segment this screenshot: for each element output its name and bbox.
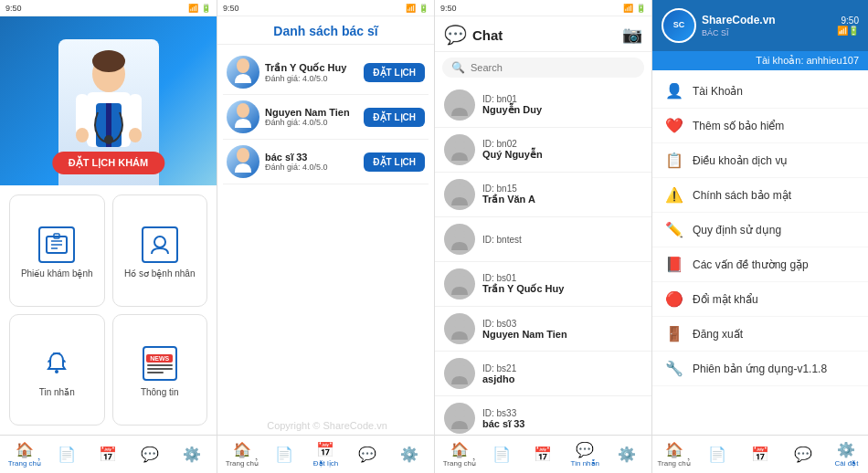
- doctors-nav-settings[interactable]: ⚙️: [388, 446, 430, 464]
- chat-nav-calendar[interactable]: 📅: [523, 446, 565, 464]
- status-time: 9:50: [837, 16, 859, 26]
- svg-point-8: [129, 128, 142, 142]
- doctor-rating-2: Đánh giá: 4.0/5.0: [265, 118, 350, 127]
- doctor-rating-1: Đánh giá: 4.0/5.0: [265, 74, 346, 83]
- menu-nav-docs-icon: 📄: [708, 446, 726, 463]
- svg-point-26: [454, 318, 465, 331]
- chat-item-1[interactable]: ID: bn02 Quý Nguyễn: [435, 128, 651, 173]
- chat-item-2[interactable]: ID: bn15 Trần Văn A: [435, 173, 651, 217]
- book-button-3[interactable]: ĐẶT LỊCH: [364, 152, 425, 172]
- home-status-time: 9:50: [5, 4, 22, 13]
- news-icon: NEWS: [142, 345, 178, 382]
- menu-nav-chat[interactable]: 💬: [782, 446, 825, 464]
- doctors-nav-docs[interactable]: 📄: [263, 446, 305, 464]
- menu-nav-settings[interactable]: ⚙️ Cài đặt: [825, 441, 868, 468]
- home-nav-docs[interactable]: 📄: [46, 446, 88, 464]
- bell-icon: [38, 345, 75, 382]
- camera-icon[interactable]: 📷: [622, 25, 642, 45]
- record-card[interactable]: Hồ sơ bệnh nhân: [112, 194, 208, 307]
- menu-item-faq[interactable]: 📕 Các vấn đề thường gặp: [652, 247, 868, 282]
- chat-nav-settings[interactable]: ⚙️: [606, 446, 648, 464]
- doctor-item-3[interactable]: bác sĩ 33 Đánh giá: 4.0/5.0 ĐẶT LỊCH: [223, 140, 429, 184]
- chat-nav-home[interactable]: 🏠 Trang chủ: [439, 441, 481, 468]
- menu-nav-docs[interactable]: 📄: [695, 446, 738, 464]
- menu-item-terms[interactable]: 📋 Điều khoản dịch vụ: [652, 143, 868, 178]
- chat-nav-chat[interactable]: 💬 Tin nhắn: [564, 441, 606, 468]
- svg-point-21: [454, 94, 465, 107]
- chat-nav-chat-label: Tin nhắn: [571, 459, 599, 468]
- news-card[interactable]: NEWS Thông tin: [112, 314, 208, 426]
- doctor-avatar-2: [227, 100, 259, 133]
- search-input[interactable]: [471, 62, 635, 73]
- menu-item-privacy[interactable]: ⚠️ Chính sách bảo mật: [652, 178, 868, 213]
- usage-label: Quy định sử dụng: [693, 224, 781, 236]
- chat-bottom-nav: 🏠 Trang chủ 📄 📅 💬 Tin nhắn ⚙️: [435, 435, 651, 473]
- home-nav-calendar[interactable]: 📅: [88, 446, 130, 464]
- home-card-grid: Phiếu khám bệnh Hồ sơ bệnh nhân Tin nhắn: [0, 185, 217, 435]
- appointment-button[interactable]: ĐẶT LỊCH KHÁM: [52, 152, 164, 174]
- insurance-label: Thêm số bảo hiểm: [693, 120, 784, 132]
- menu-list: 👤 Tài Khoản ❤️ Thêm số bảo hiểm 📋 Điều k…: [652, 70, 868, 435]
- menu-nav-home-label: Trang chủ: [657, 459, 690, 468]
- chat-nav-chat-icon: 💬: [576, 441, 594, 458]
- menu-item-account[interactable]: 👤 Tài Khoản: [652, 74, 868, 109]
- notification-card[interactable]: Tin nhắn: [9, 314, 105, 426]
- menu-item-insurance[interactable]: ❤️ Thêm số bảo hiểm: [652, 109, 868, 143]
- chat-bubble-icon: 💬: [444, 24, 467, 46]
- chat-item-7[interactable]: ID: bs33 bác sĩ 33: [435, 396, 651, 435]
- privacy-icon: ⚠️: [665, 186, 683, 204]
- chat-nav-docs[interactable]: 📄: [481, 446, 523, 464]
- home-nav-settings-icon: ⚙️: [183, 446, 201, 463]
- chat-id-2: ID: bn15: [482, 184, 535, 194]
- book-button-2[interactable]: ĐẶT LỊCH: [364, 108, 425, 127]
- menu-item-usage[interactable]: ✏️ Quy định sử dụng: [652, 213, 868, 247]
- doctors-status-icons: 📶 🔋: [406, 4, 429, 13]
- chat-item-6[interactable]: ID: bs21 asjdho: [435, 352, 651, 396]
- menu-nav-calendar[interactable]: 📅: [738, 446, 781, 464]
- chat-item-0[interactable]: ID: bn01 Nguyễn Duy: [435, 83, 651, 128]
- doctor-item-2[interactable]: Nguyen Nam Tien Đánh giá: 4.0/5.0 ĐẶT LỊ…: [223, 95, 429, 140]
- menu-item-password[interactable]: 🔴 Đổi mật khẩu: [652, 282, 868, 317]
- chat-id-3: ID: bntest: [482, 235, 522, 245]
- chat-search-bar[interactable]: 🔍: [442, 58, 644, 78]
- doctor-item-1[interactable]: Trần Y Quốc Huy Đánh giá: 4.0/5.0 ĐẶT LỊ…: [223, 50, 429, 95]
- chat-info-3: ID: bntest: [482, 235, 522, 245]
- book-button-1[interactable]: ĐẶT LỊCH: [364, 63, 425, 82]
- chat-info-0: ID: bn01 Nguyễn Duy: [482, 94, 542, 116]
- doctor-avatar-3: [227, 145, 259, 178]
- home-nav-home[interactable]: 🏠 Trang chủ: [4, 441, 46, 468]
- doctors-nav-chat[interactable]: 💬: [346, 446, 388, 464]
- chat-panel: 9:50 📶 🔋 💬 Chat 📷 🔍 ID: bn01 Nguyễn Du: [435, 0, 652, 473]
- account-label-text: Tài Khoản: [693, 85, 743, 98]
- chat-info-4: ID: bs01 Trần Y Quốc Huy: [482, 273, 564, 295]
- logo-text-block: ShareCode.vn BÁC SĨ: [702, 14, 776, 37]
- chat-avatar-0: [444, 89, 475, 121]
- menu-panel: SC ShareCode.vn BÁC SĨ 9:50 📶🔋 Tài khoản…: [652, 0, 868, 473]
- svg-point-28: [454, 407, 465, 420]
- svg-point-22: [454, 139, 465, 152]
- logo-text: ShareCode.vn: [702, 14, 776, 28]
- chat-id-5: ID: bs03: [482, 319, 567, 329]
- svg-point-19: [237, 103, 249, 118]
- doctor-rating-3: Đánh giá: 4.0/5.0: [265, 163, 328, 172]
- menu-nav-home[interactable]: 🏠 Trang chủ: [652, 441, 695, 468]
- menu-item-logout[interactable]: 🚪 Đăng xuất: [652, 317, 868, 352]
- chat-item-3[interactable]: ID: bntest: [435, 217, 651, 262]
- home-nav-chat[interactable]: 💬: [129, 446, 171, 464]
- faq-icon: 📕: [665, 256, 683, 273]
- password-icon: 🔴: [665, 290, 683, 308]
- usage-icon: ✏️: [665, 221, 683, 238]
- home-nav-settings[interactable]: ⚙️: [171, 446, 213, 464]
- chat-id-7: ID: bs33: [482, 408, 524, 418]
- medical-card[interactable]: Phiếu khám bệnh: [9, 194, 105, 307]
- chat-title-row: 💬 Chat: [444, 24, 503, 46]
- chat-avatar-7: [444, 403, 475, 434]
- record-card-label: Hồ sơ bệnh nhân: [124, 268, 196, 279]
- chat-item-5[interactable]: ID: bs03 Nguyen Nam Tien: [435, 307, 651, 352]
- chat-item-4[interactable]: ID: bs01 Trần Y Quốc Huy: [435, 262, 651, 307]
- svg-point-23: [454, 184, 465, 196]
- doctors-nav-home[interactable]: 🏠 Trang chủ: [221, 441, 263, 468]
- doctors-nav-calendar[interactable]: 📅 Đặt lịch: [305, 441, 347, 468]
- chat-avatar-1: [444, 134, 475, 165]
- home-status-bar: 9:50 📶 🔋: [0, 0, 217, 16]
